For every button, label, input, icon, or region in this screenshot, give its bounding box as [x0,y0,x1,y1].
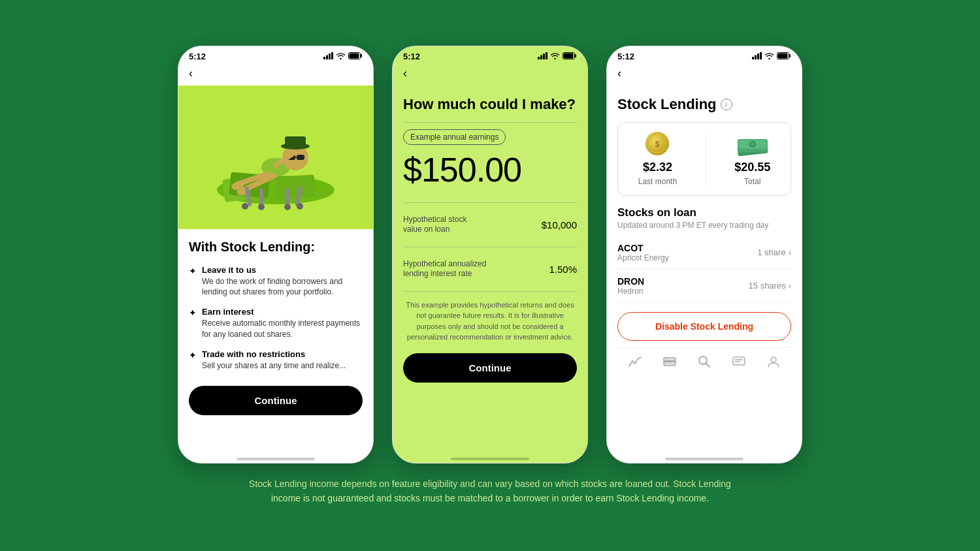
big-amount: $150.00 [403,150,577,189]
earnings-card: $ $2.32 Last month [617,122,791,196]
divider-mid1 [403,202,577,203]
disable-stock-lending-button[interactable]: Disable Stock Lending [617,312,791,341]
status-time-2: 5:12 [403,52,420,61]
page-title-row: Stock Lending i [617,96,791,113]
phone-1: 5:12 [178,46,374,464]
continue-button-2[interactable]: Continue [403,353,577,383]
svg-point-63 [771,357,776,362]
earnings-label-total: Total [744,177,760,186]
svg-rect-45 [789,54,791,57]
battery-icon-3 [777,52,791,61]
page-title: Stock Lending [617,96,717,113]
stock-ticker-dron: DRON [617,276,644,287]
battery-icon [348,52,363,61]
feature-desc-1: We do the work of finding borrowers and … [202,276,363,298]
earnings-item-total: $20.55 Total [734,132,770,186]
stocks-section-title: Stocks on loan [617,206,791,219]
svg-rect-6 [361,54,362,57]
chevron-right-acot: › [789,247,791,257]
calc-label-2: Hypothetical annualizedlending interest … [403,259,486,279]
stocks-section-subtitle: Updated around 3 PM ET every trading day [617,221,791,230]
svg-rect-32 [538,57,540,59]
signal-icon-3 [752,52,762,61]
wifi-icon [336,52,346,61]
back-button-2[interactable]: ‹ [393,64,587,86]
calc-value-1: $10,000 [542,219,577,230]
svg-rect-15 [297,155,304,160]
status-bar-1: 5:12 [178,46,373,64]
svg-rect-40 [755,55,757,59]
status-bar-2: 5:12 [393,46,587,64]
svg-point-30 [284,204,291,210]
feature-item-1: ✦ Leave it to us We do the work of findi… [189,265,363,298]
svg-rect-1 [326,55,328,59]
status-time-3: 5:12 [617,52,634,61]
svg-point-31 [297,203,303,210]
feature-desc-2: Receive automatic monthly interest payme… [202,318,363,340]
stock-name-dron: Hedron [617,287,644,296]
divider-top [403,122,577,123]
divider-mid2 [403,247,577,247]
divider-bottom [403,291,577,292]
signal-icon [323,52,333,61]
status-bar-3: 5:12 [607,46,802,64]
earnings-label-lastmonth: Last month [638,177,677,186]
stock-name-acot: Apricot Energy [617,253,669,262]
status-icons-2 [538,52,577,61]
svg-line-59 [706,363,710,367]
battery-icon-2 [563,52,577,61]
profile-nav-icon[interactable] [765,353,782,370]
money-stack-icon [735,132,770,158]
diamond-icon-1: ✦ [189,266,197,276]
back-button-1[interactable]: ‹ [178,64,373,86]
home-indicator-2 [451,458,529,460]
stock-ticker-acot: ACOT [617,243,669,253]
signal-icon-2 [538,52,547,61]
svg-point-55 [751,142,755,146]
svg-rect-60 [733,357,745,365]
svg-rect-5 [350,53,359,58]
svg-rect-11 [275,174,316,199]
svg-rect-42 [760,52,762,59]
card-nav-icon[interactable] [661,353,678,370]
status-icons-1 [323,52,363,61]
calc-label-1: Hypothetical stockvalue on loan [403,215,466,235]
svg-point-29 [258,204,265,210]
feature-desc-3: Sell your shares at any time and realize… [202,360,346,371]
phone1-content: With Stock Lending: ✦ Leave it to us We … [178,229,373,452]
phone3-content: Stock Lending i [607,86,802,452]
phone-3: 5:12 [606,46,802,464]
stock-row-dron[interactable]: DRON Hedron 15 shares › [617,270,791,303]
svg-text:$: $ [655,140,660,149]
back-button-3[interactable]: ‹ [607,64,802,86]
diamond-icon-3: ✦ [189,350,197,360]
svg-rect-57 [664,360,676,362]
feature-title-3: Trade with no restrictions [202,349,346,359]
svg-point-28 [242,203,248,210]
stock-row-acot[interactable]: ACOT Apricot Energy 1 share › [617,236,791,270]
svg-rect-35 [546,52,547,59]
chart-nav-icon[interactable] [627,353,644,370]
coin-icon: $ [640,132,675,158]
svg-rect-0 [323,57,325,59]
status-icons-3 [752,52,791,61]
svg-rect-2 [329,54,331,59]
info-icon[interactable]: i [721,99,732,110]
phones-container: 5:12 [178,46,802,464]
calc-row-2: Hypothetical annualizedlending interest … [403,253,577,286]
bottom-nav [617,347,791,373]
search-nav-icon[interactable] [696,353,713,370]
hero-illustration [178,86,373,229]
svg-rect-37 [564,53,574,58]
earnings-badge: Example annual earnings [403,129,506,145]
phone2-content: How much could I make? Example annual ea… [393,86,587,452]
stock-shares-acot: 1 share › [757,247,791,257]
calc-row-1: Hypothetical stockvalue on loan $10,000 [403,208,577,242]
continue-button-1[interactable]: Continue [189,386,363,415]
disclaimer-text: This example provides hypothetical retur… [403,300,577,343]
svg-rect-33 [540,55,542,59]
status-time-1: 5:12 [189,52,206,61]
wifi-icon-2 [550,52,560,61]
svg-rect-3 [331,52,333,59]
chat-nav-icon[interactable] [730,353,747,370]
